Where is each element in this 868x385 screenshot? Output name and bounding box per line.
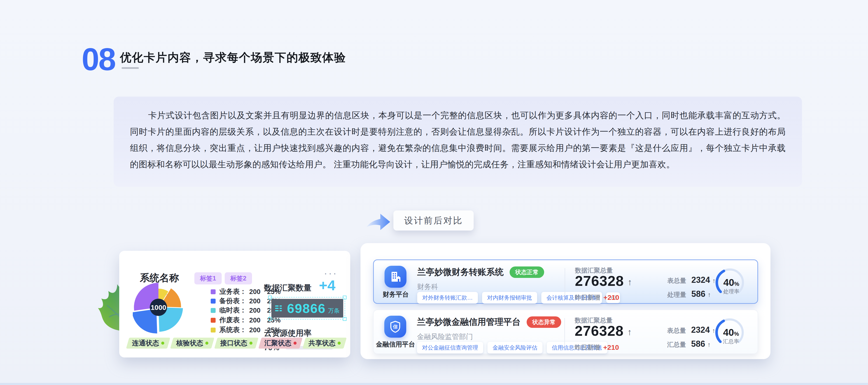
app-department: 金融风险监管部门: [417, 332, 473, 342]
app-department: 财务科: [417, 282, 438, 292]
cloud-usage-label: 云资源使用率: [264, 328, 311, 339]
app-row-finance[interactable]: 财务平台 兰亭妙微财务转账系统 状态正常 财务科 对外财务转账汇款… 对内财务报…: [373, 259, 758, 304]
up-arrow-icon: ↑: [628, 277, 632, 287]
up-arrow-icon: ↑: [708, 291, 711, 298]
system-tag-1[interactable]: 标签1: [194, 272, 222, 284]
delta-label: 昨日新增: [575, 343, 600, 352]
total-value: 276328: [575, 273, 624, 289]
app-title: 兰亭妙微金融信用管理平台: [417, 316, 521, 328]
list-icon: [275, 306, 282, 311]
function-tag[interactable]: 对内财务报销审批: [482, 292, 537, 303]
stat2-label: 汇总量: [667, 341, 686, 349]
status-dot-green: [249, 342, 252, 345]
arrow-right-icon: [365, 213, 391, 231]
pie-center-value: 1000: [151, 303, 166, 311]
legend-swatch: [211, 328, 216, 332]
section-number: 08: [82, 43, 115, 75]
gauge-chart: 40% 处理率: [712, 264, 749, 301]
app-title: 兰亭妙微财务转账系统: [417, 266, 503, 278]
stat2-value: 586: [691, 289, 705, 299]
system-card: 系统名称 标签1 标签2 ··· 所属部门 1000 业务表： 200 25% …: [119, 251, 350, 357]
status-tag-aggregate[interactable]: 汇聚状态: [260, 338, 301, 349]
svg-text:40%: 40%: [723, 327, 739, 338]
compare-button[interactable]: 设计前后对比: [394, 211, 474, 230]
stat1-label: 表总量: [667, 277, 686, 285]
agg-count-label: 数据汇聚数量: [264, 283, 311, 293]
status-tag-connect[interactable]: 连通状态: [128, 338, 169, 349]
stat2-label: 处理量: [667, 290, 686, 299]
legend-item: 临时表： 200 25%: [211, 307, 280, 314]
page: 08 优化卡片内容，寻求每个场景下的极致体验 卡片式设计包含图片以及文案并且有明…: [0, 0, 868, 385]
selection-corner: [343, 317, 346, 321]
status-tag-interface[interactable]: 接口状态: [216, 338, 257, 349]
status-tag-share[interactable]: 共享状态: [304, 338, 345, 349]
selection-corner: [268, 296, 272, 299]
stat1-value: 2324: [691, 325, 710, 335]
delta-label: 昨日新增: [575, 293, 600, 302]
up-arrow-icon: ↑: [708, 341, 711, 348]
delta-value: +210: [603, 344, 619, 351]
app-row-credit[interactable]: 信 金融信用平台 兰亭妙微金融信用管理平台 状态异常 金融风险监管部门 对公金融…: [373, 310, 758, 354]
agg-unit: 万条: [328, 307, 340, 315]
function-tag[interactable]: 对公金融征信查询管理: [417, 342, 483, 353]
status-dot-green: [161, 342, 164, 345]
building-icon: [384, 266, 406, 288]
intro-panel: 卡片式设计包含图片以及文案并且有明显边界的信息区块，本身可以是一个完整的信息区块…: [114, 97, 802, 187]
svg-text:信: 信: [393, 324, 398, 329]
divider: [565, 268, 565, 296]
apps-card: 财务平台 兰亭妙微财务转账系统 状态正常 财务科 对外财务转账汇款… 对内财务报…: [361, 243, 771, 359]
svg-text:处理率: 处理率: [723, 288, 739, 294]
status-dot-red: [293, 342, 297, 345]
section-number-underline: [122, 67, 139, 69]
stat2-value: 586: [691, 339, 705, 349]
pie-chart: 1000: [133, 282, 186, 335]
intro-paragraph: 卡片式设计包含图片以及文案并且有明显边界的信息区块，本身可以是一个完整的信息区块…: [114, 97, 802, 173]
agg-value: 69866: [287, 301, 326, 316]
status-dot-green: [338, 342, 341, 345]
legend-swatch: [211, 289, 216, 294]
svg-text:40%: 40%: [723, 277, 739, 288]
stat1-label: 表总量: [667, 326, 686, 335]
selection-corner: [343, 296, 346, 299]
function-tag[interactable]: 金融安全风险评估: [488, 342, 542, 353]
function-tag[interactable]: 对外财务转账汇款…: [417, 292, 478, 303]
stat1-value: 2324: [691, 275, 710, 285]
svg-text:汇总率: 汇总率: [723, 338, 739, 344]
divider: [564, 318, 565, 346]
up-arrow-icon: ↑: [627, 327, 632, 337]
agg-delta-badge: +4: [319, 277, 336, 293]
legend-swatch: [211, 308, 216, 313]
selection-corner: [268, 317, 272, 321]
total-value: 276328: [575, 323, 624, 339]
platform-label: 财务平台: [376, 290, 416, 299]
shield-icon: 信: [384, 316, 406, 338]
status-tag-verify[interactable]: 核验状态: [172, 338, 213, 349]
status-pill-normal: 状态正常: [509, 266, 544, 278]
status-pill-error: 状态异常: [527, 316, 561, 328]
system-tag-2[interactable]: 标签2: [225, 272, 252, 284]
status-dot-green: [205, 342, 208, 345]
section-title: 优化卡片内容，寻求每个场景下的极致体验: [120, 50, 346, 65]
gauge-chart: 40% 汇总率: [711, 314, 749, 351]
legend-swatch: [211, 318, 216, 323]
delta-value: +210: [603, 293, 619, 301]
bottom-strip: [0, 383, 868, 385]
legend-swatch: [211, 299, 216, 303]
agg-value-box[interactable]: 69866 万条: [271, 299, 343, 318]
platform-label: 金融信用平台: [375, 340, 415, 349]
